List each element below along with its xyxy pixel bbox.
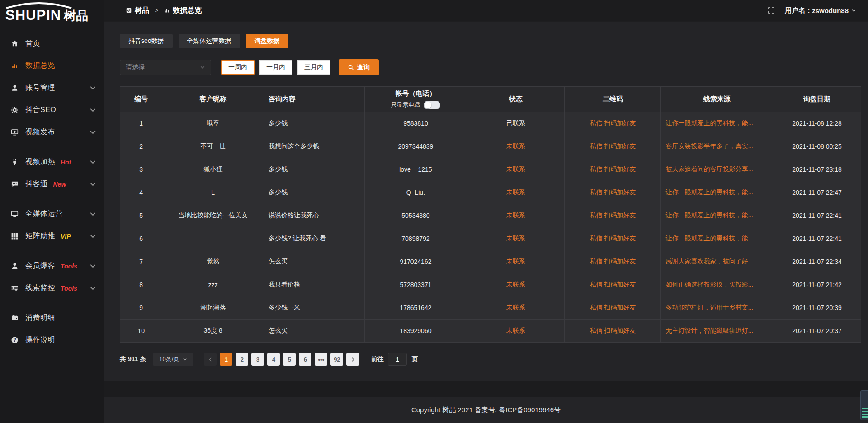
lead-source-link[interactable]: 如何正确选择投影仪，买投影... (661, 273, 773, 296)
sidebar-item-9[interactable]: 矩阵助推VIP (0, 225, 104, 247)
cell-id: 4 (120, 181, 162, 204)
footer-gap (104, 381, 868, 397)
goto-page-input[interactable] (388, 353, 407, 366)
sidebar-item-5[interactable]: 视频发布 (0, 121, 104, 143)
sidebar-item-badge: Hot (61, 159, 71, 166)
lead-source-link[interactable]: 多功能护栏灯，适用于乡村文... (661, 296, 773, 320)
table-row: 9潮起潮落多少钱一米178651642未联系私信 扫码加好友多功能护栏灯，适用于… (120, 296, 861, 320)
sidebar-item-label: 全媒体运营 (25, 209, 63, 219)
cell-date: 2021-11-07 22:41 (773, 227, 861, 250)
sidebar-item-13[interactable]: ?操作说明 (0, 329, 104, 351)
corner-widget[interactable] (860, 390, 868, 420)
range-button-1[interactable]: 一周内 (221, 60, 255, 75)
qr-action-link[interactable]: 私信 扫码加好友 (565, 158, 661, 181)
next-page-button[interactable] (346, 353, 359, 366)
cell-date: 2021-11-08 00:25 (773, 135, 861, 158)
page-button-4[interactable]: 4 (267, 353, 280, 366)
qr-action-link[interactable]: 私信 扫码加好友 (565, 273, 661, 296)
fullscreen-icon[interactable] (768, 7, 775, 14)
user-icon (11, 84, 19, 92)
page-button-1[interactable]: 1 (220, 353, 232, 366)
lead-source-link[interactable]: 让你一眼就爱上的黑科技，能... (661, 181, 773, 204)
sidebar-item-7[interactable]: 抖客通New (0, 173, 104, 195)
page-button-6[interactable]: 6 (299, 353, 311, 366)
cell-date: 2021-11-07 22:47 (773, 181, 861, 204)
cell-content: 说说价格让我死心 (264, 204, 364, 227)
page-button-5[interactable]: 5 (283, 353, 296, 366)
cell-date: 2021-11-07 22:34 (773, 250, 861, 273)
qr-action-link[interactable]: 私信 扫码加好友 (565, 227, 661, 250)
col-account-title: 帐号（电话） (369, 89, 462, 98)
qr-action-link[interactable]: 私信 扫码加好友 (565, 320, 661, 343)
query-button[interactable]: 查询 (339, 59, 379, 75)
sidebar-item-3[interactable]: 账号管理 (0, 77, 104, 99)
cell-nickname: 不可一世 (162, 135, 264, 158)
lead-source-link[interactable]: 让你一眼就爱上的黑科技，能... (661, 112, 773, 135)
user-menu[interactable]: 用户名： zswodun88 (785, 6, 856, 15)
sidebar-item-1[interactable]: 首页 (0, 33, 104, 55)
cell-content: 多少钱 (264, 181, 364, 204)
page-button-3[interactable]: 3 (251, 353, 264, 366)
table-row: 1哦章多少钱9583810已联系私信 扫码加好友让你一眼就爱上的黑科技，能...… (120, 112, 861, 135)
cell-nickname: 狐小狸 (162, 158, 264, 181)
qr-action-link[interactable]: 私信 扫码加好友 (565, 204, 661, 227)
lead-source-link[interactable]: 无主灯设计，智能磁吸轨道灯... (661, 320, 773, 343)
col-qrcode: 二维码 (565, 87, 661, 112)
sidebar-item-label: 会员爆客 (25, 261, 55, 271)
col-account: 帐号（电话） 只显示电话 (364, 87, 467, 112)
lead-source-link[interactable]: 客厅安装投影半年多了，真实... (661, 135, 773, 158)
cell-content: 怎么买 (264, 250, 364, 273)
cell-id: 6 (120, 227, 162, 250)
cell-date: 2021-11-07 23:18 (773, 158, 861, 181)
page-title: 数据总览 (173, 6, 202, 15)
range-button-2[interactable]: 一月内 (259, 60, 292, 75)
cell-content: 怎么买 (264, 320, 364, 343)
lead-source-link[interactable]: 让你一眼就爱上的黑科技，能... (661, 204, 773, 227)
gear-icon (11, 106, 19, 114)
col-date: 询盘日期 (773, 87, 861, 112)
cell-nickname: 当地比较能吃的一位美女 (162, 204, 264, 227)
sidebar-item-11[interactable]: 线索监控Tools (0, 277, 104, 299)
qr-action-link[interactable]: 私信 扫码加好友 (565, 181, 661, 204)
sidebar-item-6[interactable]: 视频加热Hot (0, 151, 104, 173)
lead-source-link[interactable]: 被大家追着问的客厅投影分享... (661, 158, 773, 181)
sidebar-item-8[interactable]: 全媒体运营 (0, 203, 104, 225)
cell-id: 10 (120, 320, 162, 343)
sidebar-item-4[interactable]: 抖音SEO (0, 99, 104, 121)
qr-action-link[interactable]: 私信 扫码加好友 (565, 135, 661, 158)
sidebar-item-10[interactable]: 会员爆客Tools (0, 255, 104, 277)
cell-date: 2021-11-07 22:41 (773, 204, 861, 227)
range-button-3[interactable]: 三月内 (297, 60, 330, 75)
qr-action-link[interactable]: 私信 扫码加好友 (565, 296, 661, 320)
cell-content: 我想问这个多少钱 (264, 135, 364, 158)
qr-action-link[interactable]: 私信 扫码加好友 (565, 250, 661, 273)
lead-source-link[interactable]: 感谢大家喜欢我家，被问了好... (661, 250, 773, 273)
sidebar: SHUPIN树品 首页数据总览账号管理抖音SEO视频发布视频加热Hot抖客通Ne… (0, 0, 104, 423)
chevron-down-icon (89, 128, 97, 136)
cell-content: 多少钱一米 (264, 296, 364, 320)
chart-bar-icon (11, 62, 19, 70)
page-button-2[interactable]: 2 (236, 353, 248, 366)
cell-content: 多少钱 (264, 158, 364, 181)
tab-1[interactable]: 抖音seo数据 (120, 34, 173, 48)
page-size-select[interactable]: 10条/页 (153, 352, 193, 366)
account-select[interactable]: 请选择 (120, 60, 211, 75)
tab-2[interactable]: 全媒体运营数据 (179, 34, 240, 48)
status-badge: 已联系 (467, 112, 565, 135)
sidebar-item-2[interactable]: 数据总览 (0, 55, 104, 77)
breadcrumb-root[interactable]: 树品 (135, 6, 149, 15)
phone-only-toggle[interactable] (424, 101, 440, 109)
sidebar-item-label: 消费明细 (25, 313, 55, 323)
cell-account: 572803371 (364, 273, 467, 296)
cell-nickname: 哦章 (162, 112, 264, 135)
qr-action-link[interactable]: 私信 扫码加好友 (565, 112, 661, 135)
sidebar-item-label: 线索监控 (25, 283, 55, 293)
prev-page-button[interactable] (204, 353, 217, 366)
lead-source-link[interactable]: 让你一眼就爱上的黑科技，能... (661, 227, 773, 250)
page-ellipsis[interactable]: ••• (315, 353, 327, 366)
sidebar-item-12[interactable]: 消费明细 (0, 307, 104, 329)
cell-nickname: 潮起潮落 (162, 296, 264, 320)
member-icon (11, 262, 19, 270)
tab-3[interactable]: 询盘数据 (246, 34, 288, 48)
page-button-92[interactable]: 92 (330, 353, 343, 366)
